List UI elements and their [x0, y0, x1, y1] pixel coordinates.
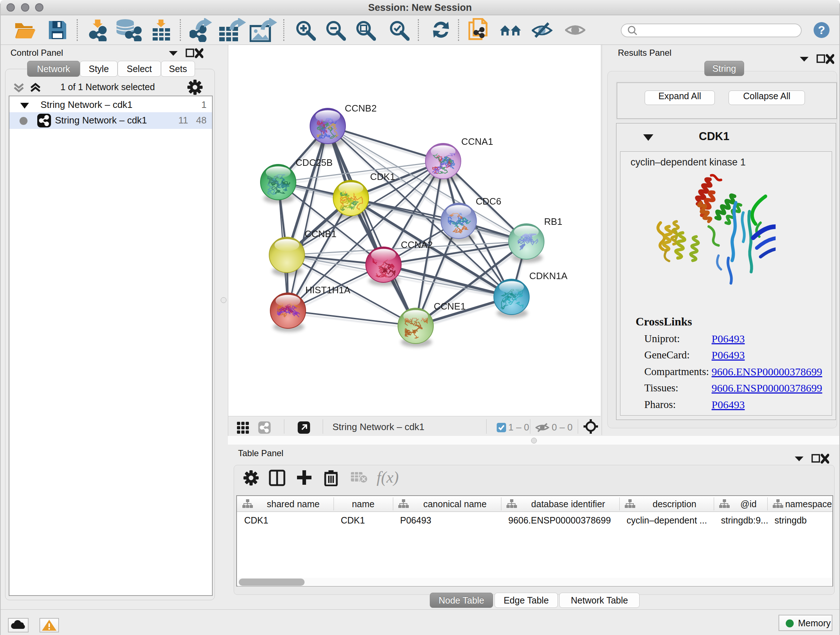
svg-text:CDC6: CDC6: [476, 196, 501, 207]
svg-text:CDKN1A: CDKN1A: [529, 271, 568, 281]
svg-text:CCNE1: CCNE1: [434, 301, 466, 312]
svg-text:CCNB2: CCNB2: [345, 103, 377, 114]
svg-text:CDK1: CDK1: [370, 171, 395, 182]
svg-text:HIST1H1A: HIST1H1A: [305, 285, 351, 295]
svg-text:CCNB1: CCNB1: [305, 228, 336, 239]
svg-text:CDC25B: CDC25B: [295, 157, 333, 168]
svg-text:CCNA2: CCNA2: [401, 239, 433, 250]
svg-text:CCNA1: CCNA1: [461, 136, 493, 147]
svg-text:RB1: RB1: [544, 216, 562, 227]
